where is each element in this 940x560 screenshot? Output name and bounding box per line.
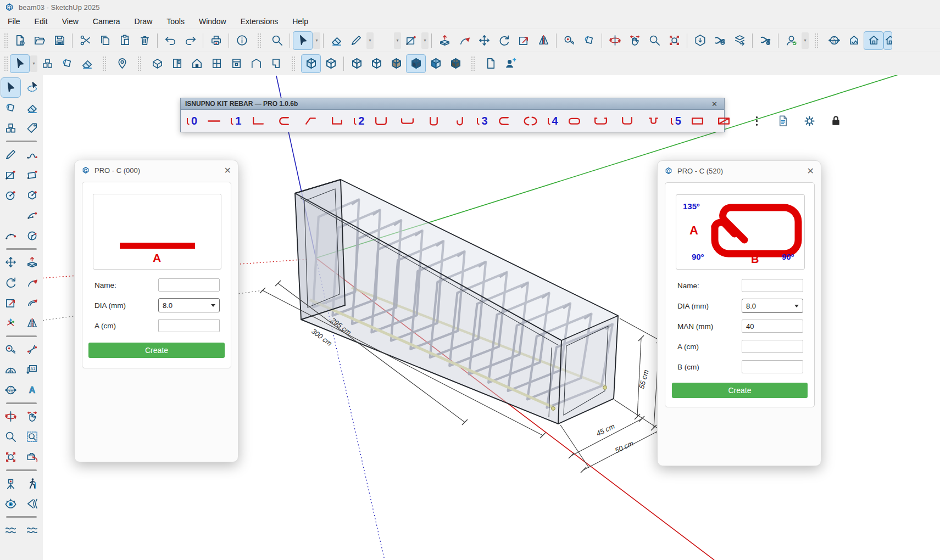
menu-draw[interactable]: Draw xyxy=(135,17,153,26)
pencil-dropdown[interactable]: ▾ xyxy=(366,32,374,49)
lasso-tool-button[interactable] xyxy=(22,77,42,98)
rb-st-button[interactable] xyxy=(565,111,585,130)
select-tool-button[interactable] xyxy=(1,77,21,98)
pin-button[interactable] xyxy=(112,54,132,73)
menu-file[interactable]: File xyxy=(8,17,20,26)
move-tool-button[interactable] xyxy=(1,252,21,272)
open-button[interactable] xyxy=(30,31,49,50)
arc3-tool-button[interactable] xyxy=(1,226,21,246)
dialog-close-icon[interactable]: ✕ xyxy=(224,165,231,176)
paint-tool-button[interactable] xyxy=(1,98,21,118)
zoomext-button[interactable] xyxy=(664,31,684,50)
windowicon-button[interactable] xyxy=(207,54,226,73)
rb-rectd-button[interactable] xyxy=(714,111,734,130)
rebar-type-2-button[interactable]: 2 xyxy=(353,116,364,126)
components-button[interactable] xyxy=(37,54,57,73)
compassaxes-tool-button[interactable] xyxy=(1,380,21,400)
rectpt-dropdown[interactable]: ▾ xyxy=(421,32,429,49)
axesstar-tool-button[interactable] xyxy=(1,313,21,333)
houseimg-button[interactable] xyxy=(844,31,864,50)
toolbar-grip[interactable] xyxy=(4,33,8,48)
select-button[interactable] xyxy=(293,31,313,50)
info-button[interactable] xyxy=(232,31,252,50)
orbit-button[interactable] xyxy=(605,31,625,50)
rebar-type-0-button[interactable]: 0 xyxy=(186,116,197,126)
menu-tools[interactable]: Tools xyxy=(166,17,185,26)
housebox-button[interactable] xyxy=(883,31,892,50)
sectioneye-tool-button[interactable] xyxy=(22,494,42,514)
toolbar-grip[interactable] xyxy=(102,56,107,71)
name--input[interactable] xyxy=(158,278,220,292)
rebar-type-1-button[interactable]: 1 xyxy=(230,116,241,126)
dialog-close-icon[interactable]: ✕ xyxy=(807,166,814,176)
move-button[interactable] xyxy=(474,31,494,50)
gear-button[interactable] xyxy=(800,111,820,130)
report-button[interactable] xyxy=(774,111,793,130)
style-shaded-button[interactable] xyxy=(386,54,406,73)
menu-help[interactable]: Help xyxy=(292,17,308,26)
components-tool-button[interactable] xyxy=(1,118,21,138)
orbit-tool-button[interactable] xyxy=(1,406,21,427)
rectpt-button[interactable] xyxy=(401,31,421,50)
zoomext-tool-button[interactable] xyxy=(1,447,21,467)
toolbar-grip[interactable] xyxy=(471,56,475,71)
toolbar-grip[interactable] xyxy=(4,56,8,71)
pushpull-button[interactable] xyxy=(435,31,454,50)
print-button[interactable] xyxy=(206,31,226,50)
tape-button[interactable] xyxy=(559,31,579,50)
arc2-tool-button[interactable] xyxy=(1,205,21,226)
pan-tool-button[interactable] xyxy=(22,406,42,427)
rebar-toolbar-titlebar[interactable]: ISNUPNO KIT REBAR — PRO 1.0.6b ✕ xyxy=(181,98,724,110)
wave-tool-button[interactable] xyxy=(22,520,42,540)
kebab-button[interactable] xyxy=(747,111,767,130)
rebar-type-3-button[interactable]: 3 xyxy=(476,116,487,126)
circle-tool-button[interactable] xyxy=(1,185,21,205)
lock-button[interactable] xyxy=(826,111,846,130)
style-wire-button[interactable] xyxy=(347,54,366,73)
zoomwin-tool-button[interactable] xyxy=(22,427,42,447)
pan-button[interactable] xyxy=(625,31,644,50)
style-darkc-button[interactable] xyxy=(446,54,465,73)
a-cm--input[interactable] xyxy=(742,340,803,353)
rb-straight-button[interactable] xyxy=(204,111,224,130)
poscam-tool-button[interactable] xyxy=(1,473,21,494)
flip-button[interactable] xyxy=(533,31,553,50)
rb-u-button[interactable] xyxy=(371,111,391,130)
freehand-tool-button[interactable] xyxy=(22,144,42,165)
pencil-tool-button[interactable] xyxy=(1,144,21,165)
style-hidden-button[interactable] xyxy=(366,54,386,73)
account-button[interactable] xyxy=(781,31,801,50)
rotrect-tool-button[interactable] xyxy=(22,165,42,185)
select-dropdown[interactable]: ▾ xyxy=(30,55,37,72)
arc2-dropdown[interactable]: ▾ xyxy=(394,32,401,49)
arc2b-tool-button[interactable] xyxy=(22,205,42,226)
b-cm--input[interactable] xyxy=(742,360,803,373)
offset-tool-button[interactable] xyxy=(22,293,42,313)
dia-mm--select[interactable]: 8.0 xyxy=(158,298,220,312)
rb-oval-button[interactable] xyxy=(521,111,541,130)
dialog-titlebar[interactable]: PRO - C (520) ✕ xyxy=(658,161,821,181)
dims-tool-button[interactable] xyxy=(22,339,42,360)
zoomglass2-button[interactable] xyxy=(644,31,664,50)
paint-button[interactable] xyxy=(579,31,599,50)
textA1-tool-button[interactable] xyxy=(22,360,42,380)
dia-mm--select[interactable]: 8.0 xyxy=(742,299,803,313)
addperson-button[interactable] xyxy=(500,54,520,73)
eraser-tool-button[interactable] xyxy=(22,98,42,118)
doorpanel-button[interactable] xyxy=(167,54,187,73)
select-dropdown[interactable]: ▾ xyxy=(313,32,320,49)
rb-u4-button[interactable] xyxy=(591,111,611,130)
trash-button[interactable] xyxy=(135,31,154,50)
extwhse-button[interactable] xyxy=(710,31,730,50)
zoomglass-tool-button[interactable] xyxy=(1,427,21,447)
rb-rect-button[interactable] xyxy=(688,111,708,130)
create-button[interactable]: Create xyxy=(672,383,808,398)
tag-tool-button[interactable] xyxy=(22,118,42,138)
paint-button[interactable] xyxy=(57,54,77,73)
scale-button[interactable] xyxy=(514,31,533,50)
rb-l-button[interactable] xyxy=(248,111,268,130)
house3d-button[interactable] xyxy=(147,54,167,73)
tape-tool-button[interactable] xyxy=(1,339,21,360)
style-mono-button[interactable] xyxy=(426,54,446,73)
rb-j-button[interactable] xyxy=(450,111,470,130)
